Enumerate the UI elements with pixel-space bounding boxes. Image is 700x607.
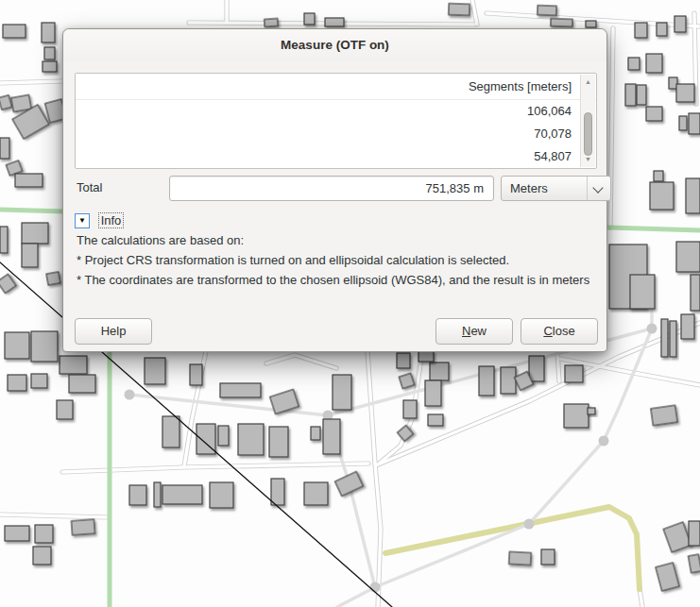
building	[3, 25, 26, 38]
building	[625, 84, 636, 106]
info-expander[interactable]: ▼ Info	[75, 212, 124, 228]
building	[11, 94, 31, 111]
building	[271, 479, 284, 505]
building	[564, 404, 589, 428]
building	[403, 400, 417, 418]
building	[670, 321, 676, 357]
building	[646, 107, 662, 121]
building	[5, 526, 29, 541]
scroll-down-icon[interactable]: ▼	[581, 154, 595, 165]
building	[269, 427, 288, 457]
building	[651, 405, 677, 425]
building	[145, 358, 165, 384]
path-node	[647, 324, 657, 334]
building	[588, 408, 595, 414]
building	[31, 331, 58, 362]
building	[162, 485, 202, 504]
building	[22, 223, 48, 244]
building	[501, 367, 516, 394]
triangle-down-icon[interactable]: ▼	[75, 213, 90, 228]
building	[57, 400, 73, 419]
path-node	[125, 390, 135, 400]
dropdown-button[interactable]	[587, 177, 610, 200]
new-button[interactable]: New	[435, 318, 513, 345]
total-field[interactable]: 751,835 m	[169, 176, 494, 201]
building	[265, 19, 279, 27]
building	[565, 365, 583, 382]
building	[551, 19, 572, 27]
building	[674, 16, 686, 32]
building	[31, 374, 47, 388]
building	[654, 171, 663, 181]
building	[44, 47, 55, 59]
total-label: Total	[77, 180, 102, 194]
building	[479, 366, 494, 396]
building	[15, 174, 43, 187]
building	[418, 351, 434, 362]
building	[311, 427, 320, 440]
dialog-titlebar[interactable]: Measure (OTF on)	[63, 29, 606, 61]
building	[46, 272, 60, 285]
building	[129, 485, 146, 505]
info-label[interactable]: Info	[98, 212, 125, 228]
road	[0, 81, 62, 83]
building	[430, 363, 449, 380]
building	[218, 426, 229, 446]
units-dropdown[interactable]: Meters	[501, 176, 611, 201]
building	[69, 375, 95, 393]
building	[22, 244, 38, 267]
chevron-down-icon	[592, 182, 603, 193]
building	[681, 314, 694, 339]
building	[43, 61, 57, 72]
help-button[interactable]: Help	[75, 318, 152, 345]
building	[691, 275, 700, 311]
segment-row: 70,078	[76, 123, 596, 145]
building	[72, 519, 95, 535]
units-selected-value: Meters	[502, 181, 548, 195]
path-node	[599, 436, 609, 447]
building	[304, 482, 328, 505]
building	[689, 521, 700, 546]
building	[679, 116, 687, 130]
measure-dialog: Measure (OTF on) Segments [meters] 106,0…	[62, 28, 607, 352]
building	[397, 353, 410, 368]
info-line: * Project CRS transformation is turned o…	[77, 250, 597, 270]
building	[238, 424, 264, 455]
scroll-up-icon[interactable]: ▲	[581, 76, 595, 88]
path-node	[524, 519, 535, 530]
dialog-title: Measure (OTF on)	[281, 38, 389, 52]
building	[509, 551, 532, 565]
building	[586, 21, 596, 27]
path-node	[370, 582, 381, 593]
close-button[interactable]: Close	[521, 318, 598, 345]
building	[35, 525, 53, 543]
building	[630, 275, 655, 309]
segments-scrollbar[interactable]: ▲ ▼	[580, 75, 595, 167]
road	[557, 351, 559, 381]
building	[449, 4, 470, 16]
building	[325, 18, 344, 26]
building	[646, 54, 662, 73]
building	[304, 13, 315, 25]
segments-list[interactable]: Segments [meters] 106,064 70,078 54,807 …	[75, 73, 597, 169]
building	[529, 356, 544, 381]
building	[635, 23, 647, 38]
building	[60, 356, 87, 374]
building	[686, 178, 700, 213]
building	[428, 414, 443, 426]
building	[5, 332, 29, 359]
segment-row: 54,807	[76, 145, 596, 168]
scrollbar-thumb[interactable]	[584, 112, 592, 156]
building	[8, 375, 26, 391]
segments-header: Segments [meters]	[76, 74, 596, 100]
building	[676, 242, 700, 272]
building	[628, 58, 640, 70]
building	[190, 364, 202, 385]
building	[220, 383, 261, 397]
info-text: The calculations are based on: * Project…	[77, 230, 597, 290]
building	[154, 482, 161, 507]
building	[0, 138, 9, 159]
building	[33, 547, 51, 565]
building	[210, 482, 233, 508]
building	[541, 549, 555, 565]
